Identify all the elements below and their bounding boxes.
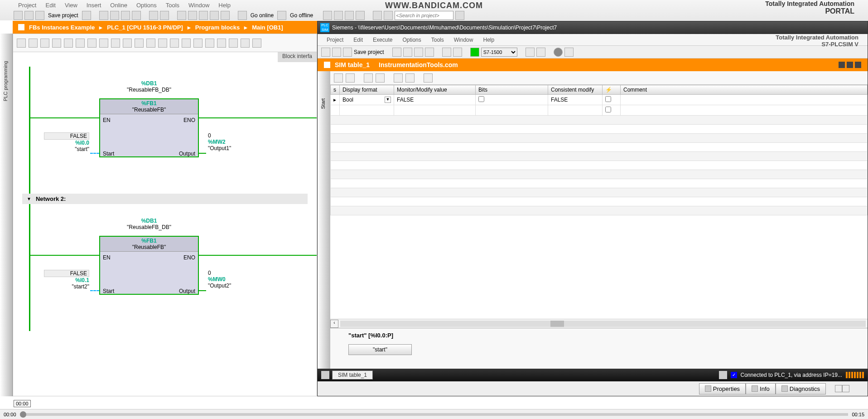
sim-open-icon[interactable] xyxy=(332,48,341,57)
delete-icon[interactable] xyxy=(132,11,141,20)
start-button[interactable]: "start" xyxy=(348,344,412,355)
go-online-label[interactable]: Go online xyxy=(249,12,275,19)
save-icon[interactable] xyxy=(35,11,44,20)
breadcrumb-item[interactable]: PLC_1 [CPU 1516-3 PN/DP] xyxy=(107,24,183,31)
table-row-empty[interactable] xyxy=(331,206,868,215)
block-interface-header[interactable]: Block interfa xyxy=(278,52,317,62)
ladder-tool-icon[interactable] xyxy=(158,39,167,48)
sim-save-icon[interactable] xyxy=(343,48,352,57)
menu-online[interactable]: Online xyxy=(110,2,127,9)
table-row[interactable] xyxy=(331,105,868,116)
go-online-icon[interactable] xyxy=(238,11,247,20)
sim-undo-icon[interactable] xyxy=(442,48,451,57)
fb-box[interactable]: %FB1 "ReusableFB" EN ENO Start Output xyxy=(99,236,199,295)
cut-icon[interactable] xyxy=(99,11,108,20)
panel-toggle-icon[interactable] xyxy=(835,385,842,392)
sim-menu-tools[interactable]: Tools xyxy=(431,37,444,43)
menu-edit[interactable]: Edit xyxy=(45,2,55,9)
horizontal-scrollbar[interactable]: ‹ xyxy=(330,319,868,328)
menu-options[interactable]: Options xyxy=(136,2,157,9)
table-row-empty[interactable] xyxy=(331,179,868,188)
menu-help[interactable]: Help xyxy=(218,2,231,9)
col-s[interactable]: s xyxy=(331,85,340,95)
upload-icon[interactable] xyxy=(188,11,197,20)
table-row-empty[interactable] xyxy=(331,170,868,179)
input-tag[interactable]: FALSE %I0.0 "start" xyxy=(44,132,89,152)
cpu-select[interactable]: S7-1500 xyxy=(481,48,517,57)
ladder-tool-icon[interactable] xyxy=(217,39,226,48)
cell-comment[interactable] xyxy=(621,95,868,105)
ladder-tool-icon[interactable] xyxy=(40,39,49,48)
tool-icon-3[interactable] xyxy=(345,11,354,20)
info-tab[interactable]: Info xyxy=(746,383,776,395)
sim-menu-execute[interactable]: Execute xyxy=(373,37,392,43)
sim-play-icon[interactable] xyxy=(564,48,574,57)
input-tag[interactable]: FALSE %I0.1 "start2" xyxy=(44,270,89,290)
sim-delete-icon[interactable] xyxy=(425,48,434,57)
menu-window[interactable]: Window xyxy=(188,2,209,9)
flash-checkbox[interactable] xyxy=(605,107,611,112)
breadcrumb-item[interactable]: FBs Instances Example xyxy=(29,24,95,31)
save-project-label[interactable]: Save project xyxy=(46,12,80,19)
tool-icon-4[interactable] xyxy=(356,11,365,20)
sim-save-label[interactable]: Save project xyxy=(354,49,384,55)
flash-checkbox[interactable] xyxy=(605,96,611,102)
other-icon[interactable] xyxy=(221,11,230,20)
table-row-empty[interactable] xyxy=(331,134,868,143)
video-thumb[interactable] xyxy=(20,411,26,418)
ladder-tool-icon[interactable] xyxy=(17,39,26,48)
fb-box[interactable]: %FB1 "ReusableFB" EN ENO Start Output xyxy=(99,98,199,157)
sim-menu-window[interactable]: Window xyxy=(454,37,473,43)
sim-new-icon[interactable] xyxy=(321,48,330,57)
table-row-empty[interactable] xyxy=(331,161,868,170)
ladder-tool-icon[interactable] xyxy=(146,39,155,48)
ladder-tool-icon[interactable] xyxy=(29,39,38,48)
table-row-empty[interactable] xyxy=(331,125,868,134)
ladder-tool-icon[interactable] xyxy=(52,39,61,48)
sim-max-icon[interactable] xyxy=(847,62,853,68)
sim-tb-icon[interactable] xyxy=(376,73,385,83)
network-2-header[interactable]: ▼ Network 2: xyxy=(22,194,308,204)
sim-expand-icon[interactable] xyxy=(324,62,330,68)
scroll-left-icon[interactable]: ‹ xyxy=(330,320,338,328)
paste-icon[interactable] xyxy=(121,11,130,20)
col-flash[interactable]: ⚡ xyxy=(603,85,621,95)
sim-copy-icon[interactable] xyxy=(403,48,412,57)
new-project-icon[interactable] xyxy=(14,11,23,20)
sim-min-icon[interactable] xyxy=(839,62,845,68)
sim-menu-help[interactable]: Help xyxy=(483,37,494,43)
sim-icon[interactable] xyxy=(210,11,219,20)
ladder-tool-icon[interactable] xyxy=(241,39,250,48)
ladder-tool-icon[interactable] xyxy=(123,39,132,48)
ladder-tool-icon[interactable] xyxy=(229,39,238,48)
ladder-tool-icon[interactable] xyxy=(99,39,108,48)
sim-power-icon[interactable] xyxy=(470,48,479,57)
properties-tab[interactable]: Properties xyxy=(699,383,746,395)
table-row-empty[interactable] xyxy=(331,143,868,152)
cell-flash[interactable] xyxy=(603,95,621,105)
sim-close-icon[interactable] xyxy=(855,62,861,68)
sim-tool-icon[interactable] xyxy=(526,48,535,57)
sim-tb-export-icon[interactable] xyxy=(394,73,403,83)
tool-icon-2[interactable] xyxy=(334,11,343,20)
search-input[interactable] xyxy=(395,11,453,20)
breadcrumb-item[interactable]: Program blocks xyxy=(195,24,240,31)
breadcrumb-item[interactable]: Main [OB1] xyxy=(252,24,283,31)
sim-tb-import-icon[interactable] xyxy=(405,73,415,83)
compile-icon[interactable] xyxy=(199,11,208,20)
cell-monitor[interactable]: FALSE xyxy=(394,95,476,105)
sim-redo-icon[interactable] xyxy=(453,48,462,57)
sim-tb-icon[interactable] xyxy=(346,73,355,83)
ladder-tool-icon[interactable] xyxy=(182,39,191,48)
col-bits[interactable]: Bits xyxy=(476,85,548,95)
diagnostics-tab[interactable]: Diagnostics xyxy=(776,383,826,395)
print-icon[interactable] xyxy=(82,11,91,20)
bit-checkbox[interactable] xyxy=(478,96,484,102)
plcsim-titlebar[interactable]: PLCSIM Siemens - \\fileserver\Users\Docu… xyxy=(318,21,868,34)
left-sidebar-rail[interactable]: PLC programming xyxy=(0,34,13,396)
video-track[interactable] xyxy=(20,413,849,416)
ladder-tool-icon[interactable] xyxy=(87,39,96,48)
redo-icon[interactable] xyxy=(160,11,169,20)
go-offline-icon[interactable] xyxy=(277,11,286,20)
sim-tool-icon[interactable] xyxy=(536,48,545,57)
